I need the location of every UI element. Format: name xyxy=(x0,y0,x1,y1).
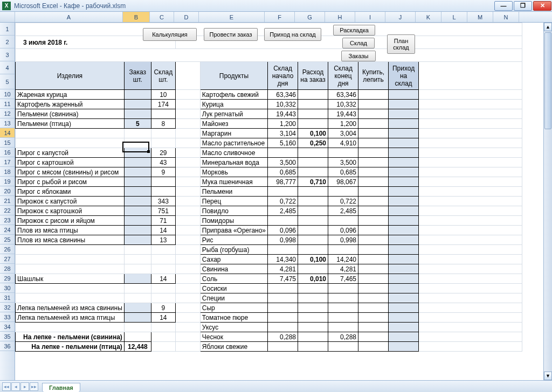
row-header[interactable]: 5 xyxy=(0,74,15,89)
cell[interactable] xyxy=(358,100,389,109)
tab-last-icon[interactable]: ▸▸ xyxy=(30,382,38,391)
cell[interactable]: Пельмени xyxy=(200,187,267,197)
cell[interactable] xyxy=(268,342,298,352)
cell[interactable]: Пельмени (птица) xyxy=(16,119,125,129)
cell[interactable] xyxy=(298,264,328,274)
worksheet-grid[interactable]: Калькуляция Провести заказ Приход на скл… xyxy=(15,23,543,380)
cell[interactable]: 5,160 xyxy=(268,138,298,148)
cell[interactable] xyxy=(298,303,328,313)
cell[interactable] xyxy=(358,323,389,332)
cell[interactable] xyxy=(124,129,151,138)
cell[interactable]: 0,722 xyxy=(268,197,298,206)
cell[interactable] xyxy=(151,264,175,274)
cell[interactable] xyxy=(268,284,298,293)
plan-button[interactable]: План склад xyxy=(387,34,415,54)
cell[interactable] xyxy=(175,264,200,274)
cell[interactable]: 0,998 xyxy=(268,235,298,245)
cell[interactable] xyxy=(389,342,419,352)
cell[interactable] xyxy=(175,342,200,352)
cell[interactable] xyxy=(298,226,328,235)
cell[interactable] xyxy=(419,332,522,342)
cell[interactable]: 43 xyxy=(151,158,175,167)
cell[interactable]: 1,200 xyxy=(328,119,358,129)
cell[interactable] xyxy=(389,284,419,293)
cell[interactable] xyxy=(124,303,151,313)
cell[interactable] xyxy=(175,62,200,90)
cell[interactable] xyxy=(16,264,125,274)
cell[interactable]: 0,096 xyxy=(268,226,298,235)
cell[interactable]: 12,448 xyxy=(124,342,151,352)
cell[interactable]: 98,067 xyxy=(328,177,358,187)
cell[interactable] xyxy=(124,109,151,119)
cell[interactable] xyxy=(268,323,298,332)
cell[interactable] xyxy=(124,177,151,187)
cell[interactable]: 63,346 xyxy=(328,90,358,100)
cell[interactable]: Расход на заказ xyxy=(298,62,328,90)
cell[interactable]: 7,475 xyxy=(268,274,298,284)
cell[interactable] xyxy=(298,293,328,303)
cell[interactable]: Пирог с яблоками xyxy=(16,187,125,197)
cell[interactable]: 13 xyxy=(151,235,175,245)
cell[interactable] xyxy=(358,119,389,129)
cell[interactable] xyxy=(389,274,419,284)
cell[interactable] xyxy=(151,255,175,264)
cell[interactable] xyxy=(389,90,419,100)
cell[interactable]: 7,465 xyxy=(328,274,358,284)
cell[interactable] xyxy=(124,332,151,342)
row-header[interactable]: 35 xyxy=(0,332,15,341)
col-header[interactable]: I xyxy=(355,12,385,22)
cell[interactable]: 343 xyxy=(151,197,175,206)
col-header[interactable]: L xyxy=(441,12,467,22)
layout-button[interactable]: Раскладка xyxy=(333,25,375,36)
cell[interactable]: 14 xyxy=(151,274,175,284)
cell[interactable] xyxy=(124,197,151,206)
cell[interactable] xyxy=(389,187,419,197)
cell[interactable]: Лепка пельменей из мяса свинины xyxy=(16,303,125,313)
cell[interactable] xyxy=(298,284,328,293)
row-header[interactable]: 32 xyxy=(0,303,15,312)
cell[interactable]: 2,485 xyxy=(328,206,358,216)
cell[interactable] xyxy=(358,138,389,148)
vertical-scrollbar[interactable]: ▲ ▼ xyxy=(543,23,552,380)
cell[interactable] xyxy=(389,167,419,177)
cell[interactable] xyxy=(389,226,419,235)
cell[interactable] xyxy=(358,274,389,284)
cell[interactable] xyxy=(124,138,151,148)
tab-first-icon[interactable]: ◂◂ xyxy=(2,382,11,391)
tab-prev-icon[interactable]: ◂ xyxy=(11,382,20,391)
cell[interactable] xyxy=(175,90,200,100)
cell[interactable] xyxy=(389,332,419,342)
cell[interactable]: 14 xyxy=(151,313,175,323)
row-header[interactable]: 30 xyxy=(0,283,15,293)
cell[interactable] xyxy=(389,119,419,129)
cell[interactable] xyxy=(358,177,389,187)
col-header[interactable]: H xyxy=(325,12,355,22)
cell[interactable]: Свинина xyxy=(200,264,267,274)
cell[interactable]: Специи xyxy=(200,293,267,303)
cell[interactable] xyxy=(358,255,389,264)
cell[interactable] xyxy=(358,197,389,206)
col-header[interactable]: M xyxy=(467,12,493,22)
cell[interactable]: Пирожок с рисом и яйцом xyxy=(16,216,125,226)
col-header[interactable]: C xyxy=(150,12,174,22)
cell[interactable] xyxy=(328,187,358,197)
cell[interactable] xyxy=(175,255,200,264)
cell[interactable]: Склад начало дня xyxy=(268,62,298,90)
cell[interactable]: Лук репчатый xyxy=(200,109,267,119)
row-header[interactable]: 4 xyxy=(0,61,15,74)
col-header[interactable]: E xyxy=(199,12,265,22)
cell[interactable] xyxy=(175,187,200,197)
cell[interactable] xyxy=(419,138,522,148)
cell[interactable] xyxy=(358,187,389,197)
sheet-tab[interactable]: Главная xyxy=(42,383,80,392)
row-header[interactable]: 33 xyxy=(0,312,15,322)
cell[interactable]: Сосиски xyxy=(200,284,267,293)
row-header[interactable]: 31 xyxy=(0,293,15,303)
cell[interactable]: Сыр xyxy=(200,303,267,313)
cell[interactable] xyxy=(151,323,175,332)
cell[interactable] xyxy=(419,323,522,332)
cell[interactable]: Склад конец дня xyxy=(328,62,358,90)
tab-nav[interactable]: ◂◂ ◂ ▸ ▸▸ xyxy=(2,382,39,391)
cell[interactable] xyxy=(298,332,328,342)
cell[interactable] xyxy=(419,206,522,216)
